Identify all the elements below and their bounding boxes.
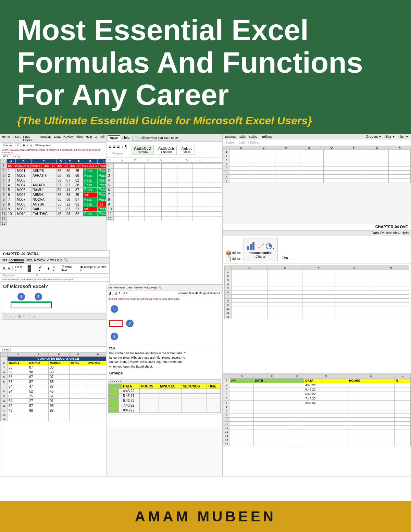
hours-header: HOURS [348, 378, 395, 383]
addins-icon2: 📋 [226, 256, 232, 261]
ss7-merge: ▣ Merge & Center ▾ [195, 292, 220, 296]
inner-screenshot-ch2: 📋📊📈⚙️📁📋📊 [2, 313, 108, 320]
ch2-tab-out[interactable]: out [2, 258, 7, 263]
italic-btn[interactable]: I [27, 144, 28, 147]
ss7-tab-out[interactable]: out [109, 286, 112, 289]
updates-available-notice: UPDATES AVAILABLE: Blinder for Office ne… [2, 149, 100, 153]
data-header: DATA [304, 378, 348, 383]
top-right-grid: 1 2 3 4 5 6 7 8 [223, 150, 411, 183]
alignment-expand-icon[interactable]: ⧉ [36, 274, 38, 277]
groups-heading: Groups [109, 371, 220, 375]
col-b: B [16, 159, 32, 163]
ss7-tab-help[interactable]: Help [151, 286, 157, 289]
ch2-tab-view[interactable]: View [47, 258, 54, 263]
cha-label: Cha [281, 255, 289, 261]
date-row-empty5: 11 [223, 421, 411, 425]
ss7-top-ribbon: out Formulas Data Review View Help 🔍 [107, 285, 222, 290]
date-row-4: 5 7:48:22 [223, 396, 411, 400]
ribbon-tab-tell[interactable]: Tell [100, 135, 104, 142]
ch4-tab-review[interactable]: Review [380, 231, 391, 235]
ss7-red-box-area: ═══ 7 [107, 317, 222, 330]
ss7-mini-table: DATA HOURS MINUTES SECONDS TIME 4:43:22 … [108, 384, 221, 413]
ribbon-para4: when you open the Excel sheet. [109, 365, 220, 368]
ss7-ribbon-tabs: out Formulas Data Review View Help 🔍 [109, 286, 220, 289]
tab-table-styles[interactable]: Table- [238, 135, 247, 138]
wrap-text-label: ☑ Wrap Text [35, 144, 51, 147]
date-row-3: 4 6:48:22 [223, 392, 411, 396]
ch2-tab-data[interactable]: Data [25, 258, 33, 263]
svg-rect-2 [252, 242, 254, 250]
ss7-tab-data[interactable]: Data [126, 286, 132, 289]
line-spacing-icon: ↕ [121, 144, 124, 149]
ss7-align: ≡ ≡ [124, 292, 128, 296]
search-box[interactable]: 🔍 Tell me what you want to do [132, 135, 181, 141]
count-label: ☑ Count ▼ [366, 135, 382, 138]
ch2-tab-formulas[interactable]: Formulas [9, 258, 24, 263]
ribbon-tab-formulas[interactable]: Formulas [39, 135, 52, 142]
ch4-tab-data[interactable]: Data [372, 231, 379, 235]
empty-header-f [290, 378, 304, 383]
ribbon-tabs-right: Settings Table- Styles- Editing [225, 135, 272, 138]
ribbon-tab-insert[interactable]: Insert [13, 135, 21, 142]
tab-styles2[interactable]: Styles- [249, 135, 258, 138]
col-q-header: Q [366, 146, 388, 149]
student-row-10: 11 10M010EAUTHIC459862 PassPassPass [1, 211, 107, 216]
ch2-tab-q2[interactable]: 🔍 [64, 258, 68, 263]
col-l-header: L [252, 146, 275, 149]
tab-settings[interactable]: Settings [225, 135, 236, 138]
student-row-4: 5 4M004AMIATH678738 PassPassPass [1, 183, 107, 187]
student-row-8: 9 8M008ANYUR532291 PassfailPass [1, 202, 107, 207]
comp-row-8: 10542791 [1, 398, 109, 403]
editing-section-label: Editing [250, 141, 260, 144]
ch4-tab-view[interactable]: View [393, 231, 400, 235]
recommended-charts-btn[interactable]: ▾ RecommendedCharts [244, 238, 278, 262]
tab-view[interactable]: View [108, 135, 120, 141]
col-d: D [57, 159, 65, 163]
circle-5: 5 [111, 305, 118, 313]
ribbon-tab-home[interactable]: Home [2, 135, 10, 142]
ribbon-tab-view[interactable]: View [76, 135, 83, 142]
book-cover: Most Essential Excel Formulas And Functi… [0, 0, 411, 532]
comp-row-6: 8245245 [1, 389, 109, 394]
cells-section-label: Cells [239, 141, 249, 144]
ch4-tab-help[interactable]: Help [401, 231, 409, 235]
tab-editing[interactable]: Editing [262, 135, 272, 138]
ribbon-tab-data[interactable]: Data [54, 135, 61, 142]
ch2-tab-help[interactable]: Help [55, 258, 62, 263]
ss7-tab-formulas[interactable]: Formulas [114, 286, 125, 289]
date-row-5: 6 8:48:22 [223, 400, 411, 405]
screenshot-formatting-ribbon: Settings Table- Styles- Editing ☑ Count … [223, 134, 411, 223]
comp-row-5: 7544787 [1, 384, 109, 389]
strikethrough-icon: S̶ [48, 267, 50, 270]
ar-header: AR [230, 378, 254, 383]
tab-help[interactable]: Help [121, 135, 132, 141]
mark1-header: MARK-1 [8, 361, 28, 365]
ss7-tab-review[interactable]: Review [134, 286, 142, 289]
ribbon-tab-review[interactable]: Review [63, 135, 74, 142]
tab-heading: tab [109, 346, 220, 350]
student-row-2: 3 2M002AFRATH689868 PassPassPass [1, 173, 107, 178]
screenshot-student-spreadsheet: Home Insert Page Layout Formulas Data Re… [0, 134, 106, 250]
ribbon-tab-q[interactable]: Q [95, 135, 97, 142]
comp-row-10: 12459892 [1, 408, 109, 413]
bold-btn[interactable]: B [23, 144, 25, 147]
ribbon-tab-help[interactable]: Help [86, 135, 92, 142]
paragraph-label: Paragraph [109, 151, 127, 155]
indent-icons: ⬛ ⬛ [27, 265, 35, 272]
pie-icon [265, 243, 272, 250]
ss7-tab-view[interactable]: View [144, 286, 150, 289]
ss7-mini-spreadsheet: ≡ ≡ ≡ ≡ ≡ ≡ DATA HOURS MINUTES SECONDS T… [108, 379, 221, 413]
underline-btn[interactable]: U [30, 144, 32, 147]
merge-center: ▣ Merge & Center ▾ [80, 265, 107, 272]
styles-section-label: Styles [226, 141, 237, 144]
comp-row-4: 6578758 [1, 379, 109, 384]
ribbon-tab-pagelayout[interactable]: Page Layout [23, 135, 36, 142]
ch4-grid: D E F G H 1 2 3 4 5 6 7 8 9 10 [224, 265, 409, 319]
ribbon-para1: bon contain all the menus and tools in t… [109, 351, 220, 355]
comp-row-9: 11328793 [1, 403, 109, 408]
circle-2: 2 [35, 293, 42, 300]
ss7-search-icon[interactable]: 🔍 [158, 286, 162, 289]
ch2-tab-review[interactable]: Review [34, 258, 45, 263]
chart-icons-group: ▾ [247, 241, 274, 250]
averag-header: AVERAG [87, 361, 109, 365]
